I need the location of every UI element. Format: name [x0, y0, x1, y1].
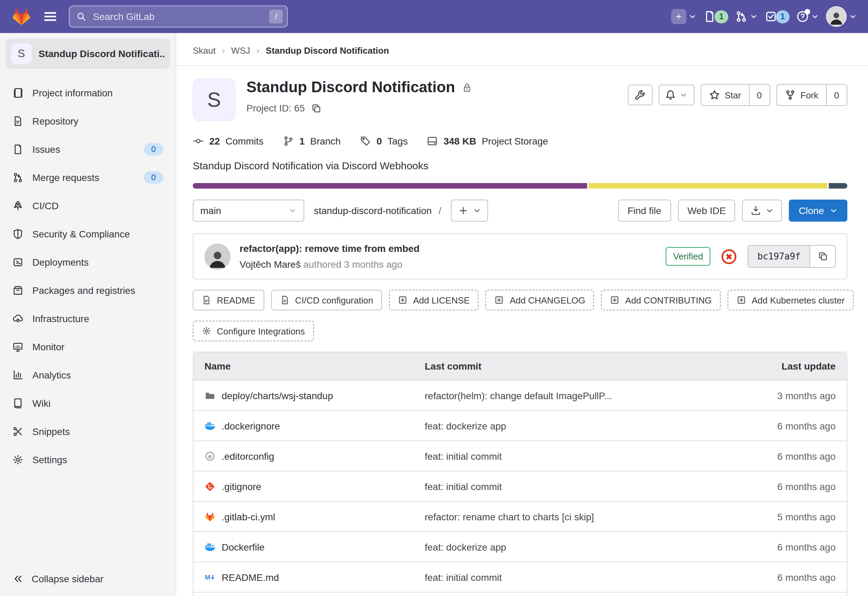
fork-button[interactable]: Fork: [777, 85, 826, 105]
readme-button[interactable]: README: [193, 290, 264, 310]
hamburger-menu-icon[interactable]: [43, 9, 58, 24]
verified-badge[interactable]: Verified: [666, 247, 711, 266]
sidebar-item-project-information[interactable]: Project information: [0, 78, 176, 107]
file-link[interactable]: .gitignore: [193, 481, 425, 492]
commit-author-avatar[interactable]: [204, 243, 230, 270]
header-last-update: Last update: [730, 361, 847, 372]
sidebar-project-scope[interactable]: S Standup Discord Notificati...: [6, 38, 170, 69]
star-button[interactable]: Star: [701, 85, 748, 105]
plus-square-icon: [610, 295, 620, 305]
project-header: S Standup Discord Notification Project I…: [193, 78, 847, 121]
project-description: Standup Discord Notification via Discord…: [193, 160, 847, 171]
commit-link[interactable]: feat: initial commit: [425, 572, 730, 583]
commit-link[interactable]: feat: dockerize app: [425, 420, 730, 431]
commit-link[interactable]: feat: dockerize app: [425, 541, 730, 552]
commit-link[interactable]: refactor(helm): change default ImagePull…: [425, 390, 730, 401]
docker-icon: [204, 541, 216, 552]
merge-request-icon: [735, 10, 747, 23]
breadcrumb-divider: [176, 65, 868, 66]
file-link[interactable]: .gitlab-ci.yml: [193, 511, 425, 522]
sidebar-item-label: Security & Compliance: [32, 228, 130, 239]
add-license-button[interactable]: Add LICENSE: [389, 290, 479, 310]
star-count[interactable]: 0: [748, 85, 769, 105]
help-menu-button[interactable]: [796, 10, 819, 23]
search-input[interactable]: [92, 10, 264, 23]
web-ide-button[interactable]: Web IDE: [678, 199, 735, 221]
language-bar[interactable]: [193, 183, 847, 189]
notifications-button[interactable]: [658, 85, 694, 105]
sidebar-item-analytics[interactable]: Analytics: [0, 361, 176, 389]
find-file-button[interactable]: Find file: [618, 199, 671, 221]
download-icon: [751, 205, 762, 216]
document-icon: [12, 115, 24, 126]
fork-count[interactable]: 0: [826, 85, 847, 105]
sidebar-item-label: Settings: [32, 454, 67, 465]
add-contributing-button[interactable]: Add CONTRIBUTING: [601, 290, 721, 310]
repo-path-name[interactable]: standup-discord-notification: [314, 205, 432, 216]
copy-project-id-button[interactable]: [311, 103, 322, 113]
project-settings-button[interactable]: [627, 85, 652, 105]
header-name: Name: [193, 361, 425, 372]
gitlab-tanuki-logo-icon[interactable]: [11, 6, 32, 27]
clone-button[interactable]: Clone: [789, 199, 847, 221]
sidebar-item-monitor[interactable]: Monitor: [0, 332, 176, 361]
lock-icon: [462, 82, 472, 93]
branches-stat[interactable]: 1 Branch: [283, 136, 341, 147]
project-title: Standup Discord Notification: [247, 78, 455, 96]
language-segment-2: [589, 183, 827, 189]
cicd-configuration-button[interactable]: CI/CD configuration: [271, 290, 382, 310]
sidebar-item-snippets[interactable]: Snippets: [0, 417, 176, 445]
commit-link[interactable]: feat: initial commit: [425, 450, 730, 462]
commits-label: Commits: [226, 136, 263, 147]
breadcrumb-project[interactable]: Standup Discord Notification: [266, 45, 389, 55]
search-icon: [77, 12, 86, 21]
file-link[interactable]: deploy/charts/wsj-standup: [193, 390, 425, 401]
collapse-sidebar-button[interactable]: Collapse sidebar: [0, 562, 176, 596]
sidebar-item-cicd[interactable]: CI/CD: [0, 191, 176, 220]
commit-link[interactable]: refactor: rename chart to charts [ci ski…: [425, 511, 730, 522]
branch-label: Branch: [310, 136, 341, 147]
sidebar-item-repository[interactable]: Repository: [0, 107, 176, 135]
file-link[interactable]: .editorconfig: [193, 450, 425, 462]
user-menu-button[interactable]: [826, 6, 857, 27]
sidebar-item-merge-requests[interactable]: Merge requests 0: [0, 163, 176, 191]
breadcrumb-group[interactable]: Skaut: [193, 45, 216, 55]
folder-icon: [204, 390, 216, 401]
new-menu-button[interactable]: [671, 9, 697, 24]
commits-stat[interactable]: 22 Commits: [193, 136, 264, 147]
file-link[interactable]: README.md: [193, 572, 425, 583]
sidebar-item-security-compliance[interactable]: Security & Compliance: [0, 220, 176, 248]
download-source-button[interactable]: [743, 199, 782, 221]
sidebar-item-settings[interactable]: Settings: [0, 445, 176, 474]
commit-link[interactable]: feat: initial commit: [425, 481, 730, 492]
file-link[interactable]: Dockerfile: [193, 541, 425, 552]
global-search[interactable]: /: [69, 6, 288, 28]
add-file-dropdown-button[interactable]: [451, 199, 488, 221]
pipeline-failed-icon[interactable]: [721, 248, 738, 265]
chevron-down-icon: [849, 12, 857, 21]
last-update: 6 months ago: [730, 450, 847, 462]
sidebar-item-wiki[interactable]: Wiki: [0, 389, 176, 417]
navbar-right: 1 1: [671, 6, 857, 27]
commit-author-name[interactable]: Vojtěch Mareš: [239, 259, 300, 270]
sidebar-item-packages-registries[interactable]: Packages and registries: [0, 276, 176, 304]
add-changelog-button[interactable]: Add CHANGELOG: [486, 290, 594, 310]
tags-stat[interactable]: 0 Tags: [360, 136, 408, 147]
storage-stat[interactable]: 348 KB Project Storage: [427, 136, 548, 147]
quick-actions-row-1: README CI/CD configuration Add LICENSE A…: [193, 290, 847, 310]
path-separator: /: [438, 205, 441, 216]
add-kubernetes-cluster-button[interactable]: Add Kubernetes cluster: [728, 290, 853, 310]
sidebar-item-deployments[interactable]: Deployments: [0, 248, 176, 276]
copy-sha-button[interactable]: [810, 246, 835, 267]
merge-requests-menu-button[interactable]: [735, 10, 758, 23]
breadcrumb-subgroup[interactable]: WSJ: [231, 45, 250, 55]
sidebar-item-issues[interactable]: Issues 0: [0, 135, 176, 163]
configure-integrations-button[interactable]: Configure Integrations: [193, 321, 314, 341]
branch-selector[interactable]: main: [193, 199, 304, 221]
todos-menu-button[interactable]: 1: [765, 10, 790, 23]
sidebar-item-infrastructure[interactable]: Infrastructure: [0, 304, 176, 332]
commit-message[interactable]: refactor(app): remove time from embed: [239, 243, 419, 254]
file-link[interactable]: .dockerignore: [193, 420, 425, 431]
todos-count-badge: 1: [776, 10, 790, 23]
issues-menu-button[interactable]: 1: [704, 10, 728, 23]
